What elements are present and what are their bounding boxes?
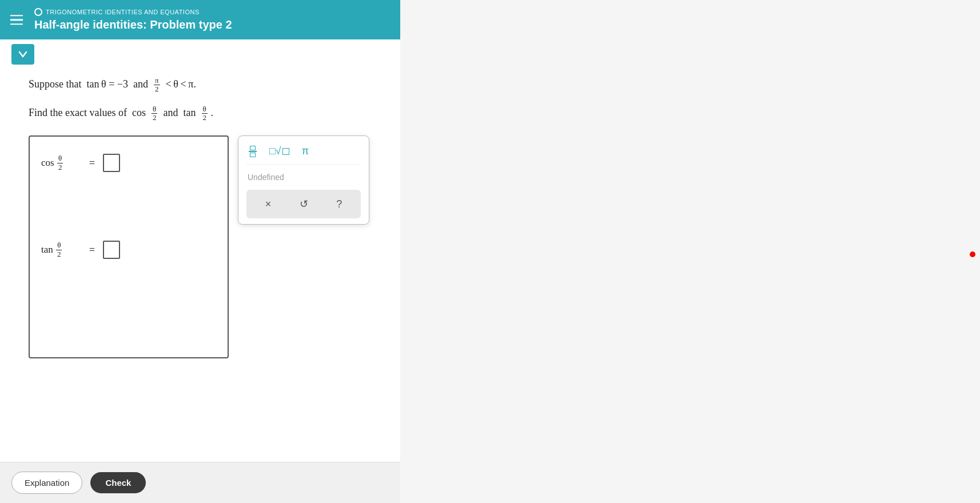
tan-answer-row: tan θ 2 = [41, 241, 216, 259]
fraction-numerator-box [250, 146, 256, 150]
help-button[interactable]: ? [332, 196, 346, 213]
cos-label-num: θ [57, 154, 63, 163]
answer-area: cos θ 2 = tan θ 2 [29, 135, 372, 358]
tan-equals: = [89, 244, 95, 256]
tan-label-den: 2 [56, 250, 62, 258]
fraction-line [249, 151, 257, 152]
check-button[interactable]: Check [90, 472, 146, 493]
problem-content: Suppose that tan θ = −3 and π 2 < θ < π.… [0, 69, 400, 462]
pi-icon: π [302, 145, 309, 157]
sqrt-radicand-box [282, 148, 289, 155]
undo-button[interactable]: ↺ [295, 195, 313, 213]
chevron-down-button[interactable] [11, 44, 34, 65]
explanation-button[interactable]: Explanation [11, 472, 82, 494]
answer-input-box: cos θ 2 = tan θ 2 [29, 135, 229, 358]
chevron-row [0, 39, 400, 69]
bottom-bar: Explanation Check [0, 462, 400, 503]
range-numerator: π [154, 77, 160, 85]
tan-label-frac: θ 2 [56, 241, 62, 258]
cos-answer-label: cos θ 2 [41, 154, 81, 171]
tan-num: θ [202, 105, 208, 114]
header: TRIGONOMETRIC IDENTITIES AND EQUATIONS H… [0, 0, 400, 39]
tan-fraction: θ 2 [201, 105, 208, 122]
sqrt-icon: □√ [269, 145, 289, 157]
cos-num: θ [152, 105, 157, 114]
given-text: Suppose that [29, 78, 82, 90]
given-equation: tan θ = −3 [87, 78, 129, 90]
tan-den: 2 [201, 114, 208, 122]
header-title: Half-angle identities: Problem type 2 [34, 18, 389, 31]
find-and: and [163, 107, 178, 118]
fraction-icon [249, 146, 257, 157]
undefined-option[interactable]: Undefined [246, 173, 361, 182]
cos-label-den: 2 [57, 163, 63, 171]
problem-statement: Suppose that tan θ = −3 and π 2 < θ < π. [29, 75, 372, 94]
fraction-denominator-box [250, 153, 256, 157]
cos-answer-row: cos θ 2 = [41, 154, 216, 172]
header-subtitle: TRIGONOMETRIC IDENTITIES AND EQUATIONS [34, 8, 389, 16]
keyboard-toolbar: □√ π [246, 144, 361, 165]
keyboard-actions: × ↺ ? [246, 190, 361, 218]
fraction-button[interactable] [246, 145, 259, 158]
tan-label-num: θ [56, 241, 62, 250]
cos-den: 2 [152, 114, 158, 122]
cos-fraction: θ 2 [152, 105, 158, 122]
sqrt-symbol: □√ [269, 145, 281, 157]
close-button[interactable]: × [261, 196, 276, 213]
red-dot [970, 251, 975, 257]
find-text: Find the exact values of cos θ 2 and tan… [29, 105, 372, 122]
cos-equals: = [89, 157, 95, 169]
given-condition: and [133, 78, 148, 90]
math-keyboard: □√ π Undefined × ↺ [238, 135, 369, 225]
cos-input[interactable] [103, 154, 120, 172]
tan-input[interactable] [103, 241, 120, 259]
cos-label-frac: θ 2 [57, 154, 63, 171]
find-tan: tan [183, 107, 198, 118]
undo-icon: ↺ [300, 198, 308, 210]
hamburger-icon[interactable] [10, 15, 23, 25]
range-fraction: π 2 [154, 77, 160, 94]
range-denominator: 2 [154, 85, 160, 93]
tan-answer-label: tan θ 2 [41, 241, 81, 258]
find-label: Find the exact values of [29, 107, 129, 118]
pi-button[interactable]: π [300, 144, 311, 158]
find-cos: cos [132, 107, 149, 118]
sqrt-button[interactable]: □√ [267, 144, 292, 158]
